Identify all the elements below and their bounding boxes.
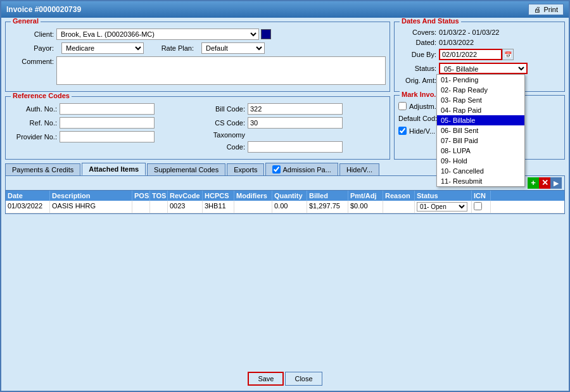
save-button[interactable]: Save: [248, 372, 284, 386]
add-row-button[interactable]: +: [528, 177, 539, 189]
status-option-07[interactable]: 07- Bill Paid: [437, 136, 524, 146]
auth-row: Auth. No.:: [10, 103, 194, 115]
status-option-02[interactable]: 02- Rap Ready: [437, 85, 524, 95]
tab-hide[interactable]: Hide/V...: [339, 163, 379, 175]
auth-no-input[interactable]: [60, 103, 155, 115]
status-option-04[interactable]: 04- Rap Paid: [437, 105, 524, 115]
nav-button[interactable]: ▶: [550, 177, 562, 189]
close-button[interactable]: Close: [285, 372, 322, 386]
ref-col-left: Auth. No.: Ref. No.: Provider No.:: [10, 103, 194, 155]
status-option-10[interactable]: 10- Cancelled: [437, 166, 524, 176]
rate-plan-label: Rate Plan:: [153, 44, 194, 52]
due-by-label: Due By:: [398, 51, 436, 58]
due-by-input[interactable]: 02/01/2022: [439, 49, 502, 60]
ref-no-input[interactable]: [60, 117, 155, 129]
th-hcpcs: HCPCS: [203, 191, 234, 201]
ref-col-right: Bill Code: CS Code: Taxonomy Code:: [201, 103, 386, 155]
th-revcode: RevCode: [168, 191, 203, 201]
adjustment-checkbox[interactable]: [398, 102, 407, 110]
status-option-11[interactable]: 11- Resubmit: [437, 176, 524, 186]
provider-label: Provider No.:: [10, 133, 57, 141]
cs-code-label: CS Code:: [201, 119, 245, 127]
provider-row: Provider No.:: [10, 131, 194, 142]
th-modifiers: Modifiers: [234, 191, 272, 201]
client-row: Client: Brook, Eva L. (D0020366-MC): [10, 28, 386, 40]
td-reason: [383, 201, 415, 213]
bill-code-row: Bill Code:: [201, 103, 386, 115]
client-select[interactable]: Brook, Eva L. (D0020366-MC): [56, 28, 259, 40]
auth-no-label: Auth. No.:: [10, 105, 57, 113]
td-revcode: 0023: [168, 201, 203, 213]
delete-row-button[interactable]: ✕: [539, 177, 550, 189]
window-title: Invoice #0000020739: [6, 5, 81, 14]
bill-code-input[interactable]: [248, 103, 343, 115]
td-tos: [150, 201, 168, 213]
comment-label: Comment:: [10, 56, 54, 65]
ref-no-row: Ref. No.:: [10, 117, 194, 129]
cs-code-row: CS Code:: [201, 117, 386, 129]
tab-attached[interactable]: Attached Items: [82, 163, 146, 175]
default-code-label: Default Cod:: [398, 115, 437, 122]
th-date: Date: [6, 191, 50, 201]
top-section: General Client: Brook, Eva L. (D0020366-…: [5, 22, 565, 92]
print-button[interactable]: 🖨 Print: [528, 4, 564, 15]
ref-no-label: Ref. No.:: [10, 119, 57, 127]
rate-plan-select[interactable]: Default: [201, 42, 265, 54]
status-dropdown: 01- Pending 02- Rap Ready 03- Rap Sent 0…: [436, 74, 525, 187]
dates-label: Dates And Status: [400, 18, 461, 25]
general-section: General Client: Brook, Eva L. (D0020366-…: [5, 22, 390, 92]
client-label: Client:: [10, 30, 54, 38]
mark-invoice-label: Mark Invo...: [400, 91, 442, 98]
comment-textarea[interactable]: [56, 56, 386, 85]
tab-admission[interactable]: Admission Pa...: [265, 163, 338, 175]
content-area: General Client: Brook, Eva L. (D0020366-…: [1, 18, 569, 367]
icn-checkbox[interactable]: [474, 202, 482, 210]
th-icn: ICN: [472, 191, 491, 201]
footer-buttons: Save Close: [1, 367, 569, 391]
td-status[interactable]: 01- Open: [415, 201, 472, 213]
payor-select[interactable]: Medicare: [61, 42, 144, 54]
covers-row: Covers: 01/03/22 - 01/03/22: [398, 28, 560, 36]
table-header: Date Description POS TOS RevCode HCPCS M…: [6, 191, 564, 201]
cs-code-input[interactable]: [248, 117, 343, 129]
code-label: Code:: [201, 143, 245, 151]
tab-exports[interactable]: Exports: [227, 163, 264, 175]
status-option-01[interactable]: 01- Pending: [437, 75, 524, 85]
hide-label: Hide/V...: [409, 127, 435, 135]
calendar-icon[interactable]: 📅: [502, 49, 514, 60]
status-option-06[interactable]: 06- Bill Sent: [437, 125, 524, 136]
status-option-09[interactable]: 09- Hold: [437, 156, 524, 166]
provider-no-input[interactable]: [60, 131, 155, 142]
code-row: Code:: [201, 141, 386, 153]
th-status: Status: [415, 191, 472, 201]
ref-cols: Auth. No.: Ref. No.: Provider No.:: [10, 103, 386, 155]
td-description: OASIS HHRG: [50, 201, 132, 213]
status-option-03[interactable]: 03- Rap Sent: [437, 95, 524, 105]
due-by-row: Due By: 02/01/2022 📅: [398, 49, 560, 60]
admission-checkbox[interactable]: [272, 165, 281, 174]
dated-value: 01/03/2022: [439, 39, 474, 46]
row-status-select[interactable]: 01- Open: [417, 202, 467, 212]
tab-payments[interactable]: Payments & Credits: [5, 163, 80, 175]
comment-row: Comment:: [10, 56, 386, 85]
th-quantity: Quantity: [272, 191, 307, 201]
td-billed: $1,297.75: [307, 201, 348, 213]
status-select[interactable]: 05- Billable: [439, 63, 528, 74]
dates-section: Dates And Status Covers: 01/03/22 - 01/0…: [394, 22, 565, 92]
dated-row: Dated: 01/03/2022: [398, 39, 560, 46]
covers-label: Covers:: [398, 28, 436, 36]
taxonomy-label: Taxonomy: [201, 131, 245, 139]
status-option-08[interactable]: 08- LUPA: [437, 146, 524, 156]
hide-checkbox[interactable]: [398, 127, 407, 135]
td-date: 01/03/2022: [6, 201, 50, 213]
th-billed: Billed: [307, 191, 348, 201]
th-description: Description: [50, 191, 132, 201]
tab-supplemental[interactable]: Supplemental Codes: [147, 163, 225, 175]
code-input[interactable]: [248, 141, 343, 153]
status-option-05[interactable]: 05- Billable: [437, 115, 524, 125]
th-pmtadj: Pmt/Adj: [348, 191, 383, 201]
status-row: Status: 05- Billable 01- Pending 02- Rap…: [398, 63, 560, 74]
client-color-indicator: [261, 29, 271, 39]
general-label: General: [11, 18, 41, 25]
adjustment-label: Adjustm...: [409, 103, 440, 110]
